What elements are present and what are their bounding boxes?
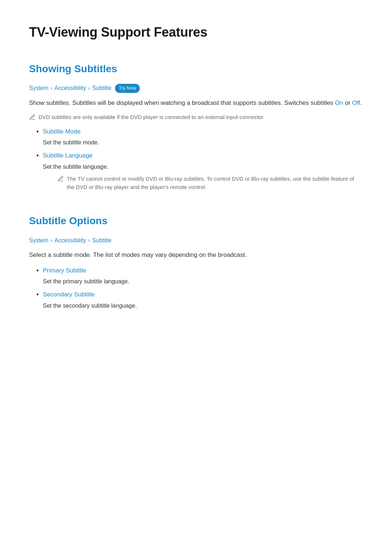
section-subtitle-options: Subtitle Options System › Accessibility … bbox=[29, 213, 363, 310]
list-item-subtitle-mode: Subtitle Mode Set the subtitle mode. bbox=[43, 127, 363, 147]
secondary-subtitle-desc: Set the secondary subtitle language. bbox=[43, 301, 363, 311]
pencil-icon bbox=[29, 114, 36, 120]
subtitle-mode-desc: Set the subtitle mode. bbox=[43, 138, 363, 147]
breadcrumb-system-2[interactable]: System bbox=[29, 236, 48, 245]
showing-subtitles-list: Subtitle Mode Set the subtitle mode. Sub… bbox=[29, 127, 363, 192]
section-description-subtitle-options: Select a subtitle mode. The list of mode… bbox=[29, 250, 363, 260]
subtitle-options-list: Primary Subtitle Set the primary subtitl… bbox=[29, 266, 363, 311]
subtitle-mode-link[interactable]: Subtitle Mode bbox=[43, 128, 81, 135]
list-item-subtitle-language: Subtitle Language Set the subtitle langu… bbox=[43, 151, 363, 191]
breadcrumb-sep-4: › bbox=[88, 236, 90, 244]
breadcrumb-accessibility[interactable]: Accessibility bbox=[54, 83, 86, 93]
breadcrumb-accessibility-2[interactable]: Accessibility bbox=[54, 236, 86, 245]
section-heading-showing-subtitles: Showing Subtitles bbox=[29, 61, 363, 77]
primary-subtitle-desc: Set the primary subtitle language. bbox=[43, 277, 363, 286]
breadcrumb-subtitle[interactable]: Subtitle bbox=[92, 83, 111, 93]
section-heading-subtitle-options: Subtitle Options bbox=[29, 213, 363, 229]
secondary-subtitle-link[interactable]: Secondary Subtitle bbox=[43, 291, 95, 298]
breadcrumb-sep-1: › bbox=[50, 84, 52, 92]
section-description-showing-subtitles: Show subtitles. Subtitles will be displa… bbox=[29, 98, 363, 108]
highlight-off: Off bbox=[352, 99, 360, 106]
breadcrumb-subtitle-options: System › Accessibility › Subtitle bbox=[29, 236, 363, 245]
page-title: TV-Viewing Support Features bbox=[29, 22, 363, 43]
breadcrumb-subtitle-2[interactable]: Subtitle bbox=[92, 236, 111, 245]
primary-subtitle-link[interactable]: Primary Subtitle bbox=[43, 267, 86, 274]
list-item-secondary-subtitle: Secondary Subtitle Set the secondary sub… bbox=[43, 290, 363, 310]
bluray-note: The TV cannot control or modify DVD or B… bbox=[57, 175, 363, 191]
bluray-note-text: The TV cannot control or modify DVD or B… bbox=[67, 175, 363, 191]
subtitle-language-link[interactable]: Subtitle Language bbox=[43, 152, 93, 159]
section-showing-subtitles: Showing Subtitles System › Accessibility… bbox=[29, 61, 363, 192]
breadcrumb-sep-3: › bbox=[50, 236, 52, 244]
pencil-icon-2 bbox=[57, 176, 64, 182]
highlight-on: On bbox=[335, 99, 343, 106]
subtitle-language-desc: Set the subtitle language. bbox=[43, 162, 363, 172]
dvd-note-text: DVD subtitles are only available if the … bbox=[38, 113, 265, 122]
try-now-badge[interactable]: Try Now bbox=[115, 84, 140, 93]
breadcrumb-system[interactable]: System bbox=[29, 83, 48, 93]
list-item-primary-subtitle: Primary Subtitle Set the primary subtitl… bbox=[43, 266, 363, 286]
dvd-note: DVD subtitles are only available if the … bbox=[29, 113, 363, 122]
breadcrumb-sep-2: › bbox=[88, 84, 90, 92]
breadcrumb-showing-subtitles: System › Accessibility › Subtitle Try No… bbox=[29, 83, 363, 93]
